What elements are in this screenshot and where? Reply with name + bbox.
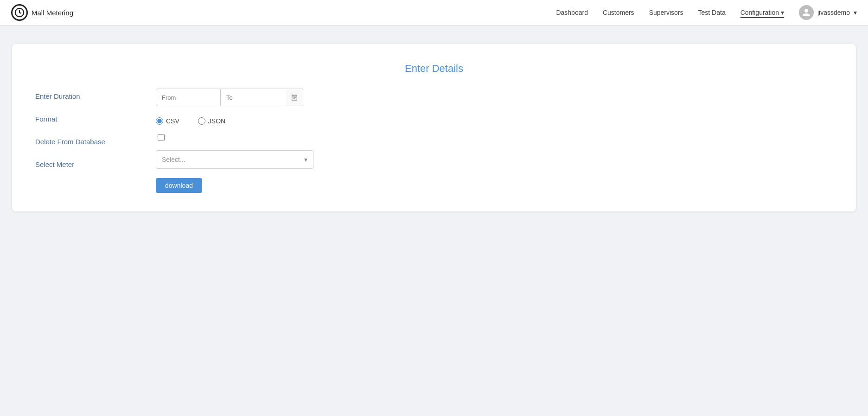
select-meter-placeholder: Select... [162, 156, 185, 163]
form-controls: CSV JSON Select... [156, 89, 833, 193]
format-csv-text: CSV [166, 117, 179, 125]
select-meter-row: Select... [156, 150, 833, 169]
nav-customers[interactable]: Customers [603, 7, 634, 18]
card: Enter Details Enter Duration Format Dele… [12, 44, 856, 211]
download-button[interactable]: download [156, 178, 202, 193]
form-labels: Enter Duration Format Delete From Databa… [35, 89, 128, 168]
format-csv-label[interactable]: CSV [156, 117, 179, 125]
date-range-row [156, 89, 833, 106]
label-enter-duration: Enter Duration [35, 92, 128, 100]
select-meter-dropdown[interactable]: Select... [156, 150, 313, 169]
nav-configuration[interactable]: Configuration ▾ [740, 7, 784, 18]
format-json-label[interactable]: JSON [198, 117, 225, 125]
nav-dashboard[interactable]: Dashboard [556, 7, 588, 18]
format-json-radio[interactable] [198, 117, 205, 125]
username-label: jivassdemo [817, 9, 850, 16]
avatar [799, 5, 814, 20]
select-chevron-icon [304, 156, 307, 163]
delete-from-database-checkbox[interactable] [158, 134, 165, 141]
form-layout: Enter Duration Format Delete From Databa… [35, 89, 833, 193]
format-csv-radio[interactable] [156, 117, 163, 125]
label-select-meter: Select Meter [35, 160, 128, 168]
user-menu[interactable]: jivassdemo ▾ [799, 5, 857, 20]
to-date-input[interactable] [221, 89, 286, 106]
delete-checkbox-row [156, 134, 833, 141]
brand-name: Mall Metering [32, 9, 73, 17]
card-title: Enter Details [35, 63, 833, 75]
label-delete-from-database: Delete From Database [35, 138, 128, 146]
configuration-dropdown-icon: ▾ [781, 9, 784, 16]
main-content: Enter Details Enter Duration Format Dele… [0, 26, 868, 230]
calendar-icon [291, 94, 298, 101]
format-row: CSV JSON [156, 115, 833, 125]
navbar-nav: Dashboard Customers Supervisors Test Dat… [556, 5, 857, 20]
nav-supervisors[interactable]: Supervisors [649, 7, 683, 18]
label-format: Format [35, 115, 128, 123]
nav-testdata[interactable]: Test Data [698, 7, 726, 18]
user-dropdown-icon: ▾ [854, 9, 857, 16]
brand-logo[interactable]: Mall Metering [11, 4, 73, 21]
from-date-input[interactable] [156, 89, 221, 106]
calendar-button[interactable] [286, 89, 303, 106]
format-json-text: JSON [208, 117, 225, 125]
brand-icon [11, 4, 28, 21]
navbar: Mall Metering Dashboard Customers Superv… [0, 0, 868, 26]
